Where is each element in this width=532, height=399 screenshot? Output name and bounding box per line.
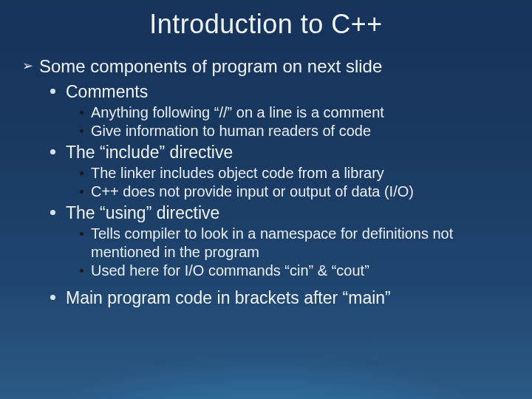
dot-icon <box>80 129 83 133</box>
bullet-level3-text: C++ does not provide input or output of … <box>91 183 414 201</box>
bullet-level2-text: The “using” directive <box>66 202 219 223</box>
bullet-level2: The “include” directive <box>50 142 510 163</box>
bullet-level2: The “using” directive <box>50 202 510 223</box>
bullet-level3: Used here for I/O commands “cin” & “cout… <box>80 262 510 280</box>
slide: Introduction to C++ ➢ Some components of… <box>0 0 532 399</box>
bullet-level3: Give information to human readers of cod… <box>80 122 510 140</box>
bullet-level3: Tells compiler to look in a namespace fo… <box>80 225 510 262</box>
bullet-level3: Anything following “//” on a line is a c… <box>80 103 510 122</box>
bullet-level2: Comments <box>50 81 510 102</box>
bullet-level3-text: The linker includes object code from a l… <box>91 164 384 183</box>
disc-icon <box>50 149 55 154</box>
bullet-level2-text: Comments <box>66 81 148 102</box>
disc-icon <box>50 89 55 94</box>
dot-icon <box>80 171 83 175</box>
dot-icon <box>80 232 83 236</box>
disc-icon <box>50 295 55 300</box>
bullet-level2-text: Main program code in brackets after “mai… <box>66 287 391 308</box>
bullet-level3-text: Give information to human readers of cod… <box>91 122 371 140</box>
arrow-icon: ➢ <box>22 56 33 75</box>
dot-icon <box>80 190 83 194</box>
bullet-level3-text: Anything following “//” on a line is a c… <box>91 103 384 122</box>
bullet-level3-text: Used here for I/O commands “cin” & “cout… <box>91 262 369 280</box>
bullet-level3: C++ does not provide input or output of … <box>80 183 510 201</box>
dot-icon <box>80 269 83 273</box>
bullet-level3: The linker includes object code from a l… <box>80 164 510 183</box>
disc-icon <box>50 210 55 215</box>
bullet-level1-text: Some components of program on next slide <box>39 56 382 77</box>
bullet-level2: Main program code in brackets after “mai… <box>50 287 510 308</box>
slide-title: Introduction to C++ <box>22 9 510 40</box>
dot-icon <box>80 111 83 115</box>
bullet-level3-text: Tells compiler to look in a namespace fo… <box>91 225 510 262</box>
bullet-level2-text: The “include” directive <box>66 142 233 163</box>
bullet-level1: ➢ Some components of program on next sli… <box>22 56 510 77</box>
